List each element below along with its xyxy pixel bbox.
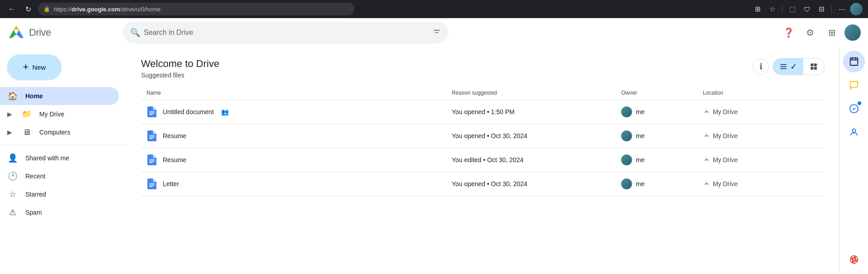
sidebar-item-starred[interactable]: ☆ Starred [0,185,119,203]
svg-point-48 [852,129,855,132]
sidebar-item-label-shared: Shared with me [25,154,69,162]
shield-button[interactable]: 🛡 [801,3,813,15]
browser-chrome: ← ↻ 🔒 https://drive.google.com/drive/u/0… [0,0,868,18]
svg-marker-20 [707,111,709,113]
file-actions-cell[interactable]: ⋮ [799,100,825,124]
screenshot-button[interactable]: ⬚ [786,3,799,15]
svg-rect-23 [149,137,155,138]
owner-avatar [621,130,632,141]
files-table: Name Reason suggested Owner Location Unt… [141,86,825,196]
list-view-button[interactable]: ✓ [773,58,803,75]
svg-rect-38 [149,186,153,187]
side-panel-palette-icon[interactable] [843,249,865,270]
sidebar-item-computers[interactable]: ▶ 🖥 Computers [0,123,119,141]
location-drive-icon [703,107,710,116]
file-owner-cell: me [616,172,697,196]
more-button[interactable]: ⋯ [835,3,848,15]
location-name: My Drive [713,156,738,163]
app-body: + New 🏠 Home ▶ 📁 My Drive ▶ 🖥 Computers … [0,47,868,274]
browser-avatar[interactable] [850,3,863,15]
sidebar-button[interactable]: ⊟ [815,3,828,15]
new-button-label: New [32,63,46,71]
starred-icon: ☆ [7,189,18,199]
expand-icon-computers: ▶ [7,129,12,136]
url-text: https://drive.google.com/drive/u/0/home [54,6,160,13]
address-bar[interactable]: 🔒 https://drive.google.com/drive/u/0/hom… [38,3,354,15]
svg-marker-41 [707,183,709,185]
table-row[interactable]: Resume You opened • Oct 30, 2024 me [141,124,825,148]
search-filter-button[interactable] [429,24,445,41]
location-name: My Drive [713,132,738,139]
app-header: Drive 🔍 Search in Drive ❓ ⚙ ⊞ [0,18,868,47]
sidebar-item-home[interactable]: 🏠 Home [0,87,119,105]
sidebar-item-label-home: Home [25,92,43,100]
svg-marker-42 [706,181,707,183]
tasks-badge [858,101,861,105]
file-type-icon [146,130,157,141]
sidebar-item-label-starred: Starred [25,191,46,198]
file-type-icon [146,154,157,165]
main-content: Welcome to Drive Suggested files ℹ ✓ [127,47,839,274]
file-name-cell: Untitled document 👥 [141,100,446,124]
home-icon: 🏠 [7,91,18,101]
expand-icon: ▶ [7,111,12,118]
sidebar-item-label-computers: Computers [39,129,70,136]
separator [782,5,783,13]
file-actions-cell[interactable]: ⋮ [799,148,825,172]
sidebar-item-recent[interactable]: 🕐 Recent [0,167,119,185]
file-reason: You opened • Oct 30, 2024 [446,124,616,148]
logo-area: Drive [7,24,116,42]
grid-view-button[interactable] [803,58,824,75]
svg-marker-19 [704,111,707,113]
svg-marker-33 [704,159,707,161]
refresh-button[interactable]: ↻ [22,3,34,15]
file-name: Resume [163,132,186,139]
new-plus-icon: + [23,61,29,73]
user-avatar[interactable] [844,24,861,41]
extensions-button[interactable]: ⊞ [751,3,764,15]
section-label: Suggested files [141,72,219,79]
settings-button[interactable]: ⚙ [801,24,819,42]
owner-name: me [636,132,644,139]
file-location-cell: My Drive [698,172,799,196]
lock-icon: 🔒 [43,6,50,12]
side-panel-calendar-icon[interactable] [843,51,865,72]
sidebar-item-spam[interactable]: ⚠ Spam [0,203,119,221]
apps-button[interactable]: ⊞ [823,24,841,42]
sidebar-item-label-recent: Recent [25,173,45,180]
column-header-reason: Reason suggested [446,86,616,100]
file-actions-cell[interactable]: ⋮ [799,124,825,148]
spam-icon: ⚠ [7,207,18,217]
sidebar-item-my-drive[interactable]: ▶ 📁 My Drive [0,105,119,123]
sidebar-item-shared[interactable]: 👤 Shared with me [0,149,119,167]
google-drive-logo [7,24,25,42]
location-name: My Drive [713,180,738,187]
file-name-cell: Resume [141,124,446,148]
app-container: Drive 🔍 Search in Drive ❓ ⚙ ⊞ + [0,18,868,274]
table-row[interactable]: Untitled document 👥 You opened • 1:50 PM… [141,100,825,124]
info-button[interactable]: ℹ [753,58,769,75]
new-button[interactable]: + New [7,54,61,80]
file-location-cell: My Drive [698,148,799,172]
folder-icon: 📁 [21,109,32,119]
view-toggle: ✓ [773,58,825,75]
side-panel-contacts-icon[interactable] [843,121,865,143]
location-drive-icon [703,179,710,188]
side-panel-chat-icon[interactable] [843,74,865,96]
owner-name: me [636,108,644,115]
file-actions-cell[interactable]: ⋮ [799,172,825,196]
svg-rect-11 [811,63,813,66]
help-button[interactable]: ❓ [779,24,797,42]
svg-rect-10 [780,68,787,69]
table-row[interactable]: Letter You opened • Oct 30, 2024 me [141,172,825,196]
bookmark-button[interactable]: ☆ [766,3,778,15]
side-panel-tasks-icon[interactable] [843,98,865,120]
back-button[interactable]: ← [5,3,18,15]
owner-avatar [621,178,632,189]
column-header-actions [799,86,825,100]
file-reason: You opened • 1:50 PM [446,100,616,124]
column-header-owner: Owner [616,86,697,100]
file-owner-cell: me [616,100,697,124]
search-bar[interactable]: 🔍 Search in Drive [123,22,448,43]
table-row[interactable]: Resume You edited • Oct 30, 2024 me [141,148,825,172]
